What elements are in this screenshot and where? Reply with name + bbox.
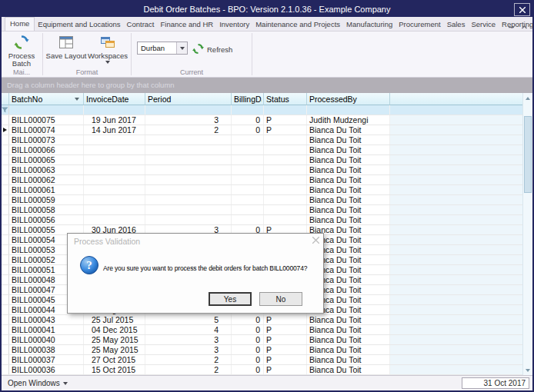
grid-cell-processed_by: Bianca Du Toit: [307, 315, 390, 324]
table-row[interactable]: BILL000058Bianca Du Toit: [2, 205, 532, 215]
grid-cell-invoice_date: 25 Jul 2015: [84, 315, 145, 324]
row-filler: [390, 165, 532, 174]
column-header-batchno[interactable]: BatchNo: [9, 93, 84, 105]
column-header-label: ProcessedBy: [309, 95, 388, 104]
process-batch-button[interactable]: Process Batch: [3, 32, 40, 68]
row-indicator-header: [2, 93, 9, 105]
tab-contract[interactable]: Contract: [124, 18, 158, 31]
ribbon-collapse-icon[interactable]: [521, 20, 528, 34]
filter-cell[interactable]: [145, 105, 232, 115]
column-header-period[interactable]: Period: [145, 93, 232, 105]
scroll-up-icon[interactable]: [523, 93, 532, 103]
grid-cell-billing_day: [232, 145, 264, 154]
table-row[interactable]: BILL000056Bianca Du Toit: [2, 215, 532, 225]
table-row[interactable]: BILL00004025 May 201530PBianca Du Toit: [2, 335, 532, 345]
row-indicator: [2, 345, 9, 354]
table-row[interactable]: BILL00003615 Oct 201520PBianca Du Toit: [2, 365, 532, 375]
yes-button[interactable]: Yes: [209, 292, 252, 306]
ribbon-group-label-format: Format: [45, 68, 128, 77]
table-row[interactable]: BILL00007519 Jun 201730PJudith Mudzengi: [2, 115, 532, 125]
column-header-billingday[interactable]: BillingDay: [232, 93, 264, 105]
region-combobox[interactable]: Durban: [137, 42, 188, 55]
table-row[interactable]: BILL00004325 Jul 201550PBianca Du Toit: [2, 315, 532, 325]
row-filler: [390, 185, 532, 194]
table-row[interactable]: BILL000059Bianca Du Toit: [2, 195, 532, 205]
ribbon-minimize-icon[interactable]: [508, 20, 515, 34]
grid-cell-batch_no: BILL000061: [9, 185, 84, 194]
dialog-close-button[interactable]: [312, 237, 319, 244]
column-header-status[interactable]: Status: [264, 93, 307, 105]
filter-cell[interactable]: [9, 105, 84, 115]
grid-cell-batch_no: BILL000062: [9, 175, 84, 184]
tab-manufacturing[interactable]: Manufacturing: [343, 18, 395, 31]
grid-cell-batch_no: BILL000056: [9, 215, 84, 224]
tab-home[interactable]: Home: [5, 17, 35, 31]
table-row[interactable]: BILL000063Bianca Du Toit: [2, 165, 532, 175]
grid-cell-processed_by: Bianca Du Toit: [307, 355, 390, 364]
vertical-scrollbar[interactable]: [522, 93, 532, 375]
tab-service[interactable]: Service: [468, 18, 499, 31]
table-row[interactable]: BILL00003825 May 201530PBianca Du Toit: [2, 345, 532, 355]
tab-inventory[interactable]: Inventory: [216, 18, 252, 31]
row-filler: [390, 335, 532, 344]
grid-cell-invoice_date: 27 Oct 2015: [84, 355, 145, 364]
refresh-button[interactable]: Refresh: [192, 43, 232, 56]
tab-maintenance-and-projects[interactable]: Maintenance and Projects: [252, 18, 343, 31]
grid-cell-invoice_date: [84, 155, 145, 164]
table-row[interactable]: BILL000073Bianca Du Toit: [2, 135, 532, 145]
grid-cell-billing_day: 0: [232, 125, 264, 135]
filter-cell[interactable]: [232, 105, 264, 115]
table-row[interactable]: BILL00007414 Jun 201720PBianca Du Toit: [2, 125, 532, 135]
filter-cell[interactable]: [307, 105, 390, 115]
grid-cell-period: [145, 145, 232, 154]
table-row[interactable]: BILL000065Bianca Du Toit: [2, 155, 532, 165]
table-row[interactable]: BILL000061Bianca Du Toit: [2, 185, 532, 195]
grid-cell-billing_day: 0: [232, 345, 264, 354]
table-row[interactable]: BILL000062Bianca Du Toit: [2, 175, 532, 185]
filter-cell[interactable]: [84, 105, 145, 115]
svg-text:?: ?: [86, 259, 92, 271]
status-date-field[interactable]: 31 Oct 2017: [462, 377, 529, 389]
no-button[interactable]: No: [259, 292, 302, 306]
grid-cell-processed_by: Bianca Du Toit: [307, 175, 390, 184]
row-indicator: [2, 195, 9, 204]
group-by-panel[interactable]: Drag a column header here to group by th…: [2, 78, 532, 93]
region-combobox-value: Durban: [138, 44, 176, 52]
region-combobox-dropdown[interactable]: [176, 42, 187, 54]
grid-cell-period: 2: [145, 125, 232, 135]
filter-cell[interactable]: [264, 105, 307, 115]
dialog-title: Process Validation: [74, 237, 140, 246]
tab-procurement[interactable]: Procurement: [395, 18, 443, 31]
grid-cell-batch_no: BILL000037: [9, 355, 84, 364]
scrollbar-thumb[interactable]: [524, 116, 532, 193]
grid-cell-invoice_date: [84, 165, 145, 174]
tab-finance-and-hr[interactable]: Finance and HR: [157, 18, 216, 31]
row-indicator: [2, 355, 9, 364]
grid-cell-status: P: [264, 345, 307, 354]
tab-equipment-and-locations[interactable]: Equipment and Locations: [35, 18, 123, 31]
row-filler: [390, 235, 532, 244]
filter-row[interactable]: [2, 105, 532, 115]
table-row[interactable]: BILL000066Bianca Du Toit: [2, 145, 532, 155]
open-windows-button[interactable]: Open Windows: [5, 379, 71, 387]
grid-cell-processed_by: Judith Mudzengi: [307, 115, 390, 125]
row-indicator: [2, 275, 9, 284]
column-header-processedby[interactable]: ProcessedBy: [307, 93, 390, 105]
grid-cell-batch_no: BILL000038: [9, 345, 84, 354]
window-close-button[interactable]: [514, 3, 530, 16]
grid-cell-processed_by: Bianca Du Toit: [307, 335, 390, 344]
status-bar: Open Windows 31 Oct 2017: [2, 375, 532, 390]
table-row[interactable]: BILL00004104 Dec 201540PBianca Du Toit: [2, 325, 532, 335]
workspaces-label: Workspaces: [88, 52, 128, 60]
ribbon-group-format: Save Layout Workspaces Format: [44, 32, 130, 77]
row-filler: [390, 135, 532, 145]
grid-cell-status: P: [264, 125, 307, 135]
table-row[interactable]: BILL00003727 Oct 201520PBianca Du Toit: [2, 355, 532, 365]
scroll-down-icon[interactable]: [523, 365, 532, 375]
workspaces-button[interactable]: Workspaces: [87, 32, 128, 64]
column-header-invoicedate[interactable]: InvoiceDate: [84, 93, 145, 105]
row-filler: [390, 125, 532, 135]
tab-sales[interactable]: Sales: [444, 18, 469, 31]
row-indicator: [2, 335, 9, 344]
save-layout-button[interactable]: Save Layout: [45, 32, 87, 60]
